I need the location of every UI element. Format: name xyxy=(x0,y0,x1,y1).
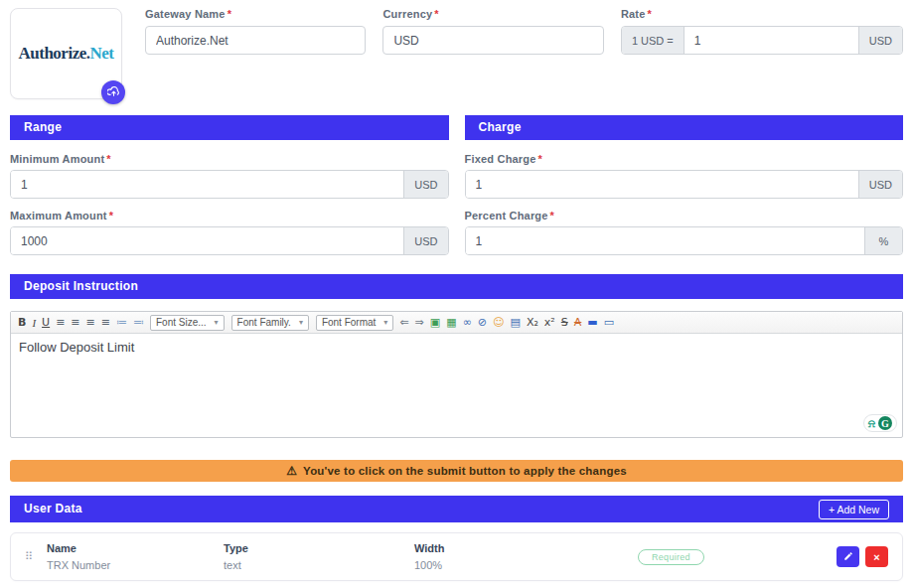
toolbar-group-insert: ⇐⇒▣▦∞⊘☺▤X₂x²SA▬▭ xyxy=(398,316,615,330)
required-mark: * xyxy=(434,8,438,20)
currency-field-group: Currency* xyxy=(382,8,603,55)
maximum-amount-label: Maximum Amount* xyxy=(10,210,449,221)
warning-text: You've to click on the submit button to … xyxy=(303,465,627,477)
unordered-list-icon[interactable]: ≕ xyxy=(132,316,145,330)
gateway-fields: Gateway Name* Currency* Rate* 1 USD = US… xyxy=(145,8,903,55)
italic-icon[interactable]: I xyxy=(31,316,37,330)
gateway-name-field-group: Gateway Name* xyxy=(145,8,366,55)
outdent-icon[interactable]: ⇐ xyxy=(398,316,409,330)
row-type-value: text xyxy=(224,559,414,571)
warning-icon: ⚠ xyxy=(286,464,297,478)
minimum-amount-input-group: USD xyxy=(10,170,449,199)
gateway-logo-card: Authorize.Net xyxy=(10,8,122,99)
logo-text-secondary: Net xyxy=(89,44,113,63)
percent-charge-input[interactable] xyxy=(466,227,865,254)
chevron-down-icon: ▾ xyxy=(215,318,219,327)
close-icon: × xyxy=(873,551,879,563)
font-size-select[interactable]: Font Size...▾ xyxy=(150,315,225,331)
fixed-charge-label: Fixed Charge* xyxy=(465,153,904,165)
indent-icon[interactable]: ⇒ xyxy=(414,316,425,330)
required-mark: * xyxy=(550,210,554,221)
column-header-width: Width xyxy=(414,542,606,554)
required-mark: * xyxy=(648,8,652,20)
pencil-icon xyxy=(843,549,853,564)
smiley-icon[interactable]: ☺ xyxy=(492,316,505,330)
row-type-cell: Type text xyxy=(224,542,414,571)
insert-image-icon[interactable]: ▣ xyxy=(429,316,441,330)
align-center-icon[interactable]: ≡ xyxy=(70,316,80,330)
user-data-header: User Data + Add New xyxy=(10,496,903,522)
link-icon[interactable]: ∞ xyxy=(462,316,473,330)
upload-logo-button[interactable] xyxy=(101,80,125,104)
gateway-name-input[interactable] xyxy=(145,26,366,55)
row-actions: × xyxy=(837,546,888,567)
align-right-icon[interactable]: ≡ xyxy=(85,316,96,330)
add-new-button[interactable]: + Add New xyxy=(819,500,889,519)
percent-charge-field-group: Percent Charge* % xyxy=(465,210,904,255)
charge-section-body: Fixed Charge* USD Percent Charge* % xyxy=(465,140,904,255)
gateway-header-row: Authorize.Net Gateway Name* Currency* xyxy=(10,8,903,99)
fixed-charge-field-group: Fixed Charge* USD xyxy=(465,153,904,199)
font-family-select[interactable]: Font Family.▾ xyxy=(231,315,309,331)
currency-label: Currency* xyxy=(382,8,603,20)
grammarly-icon[interactable]: G xyxy=(878,416,892,430)
unlink-icon[interactable]: ⊘ xyxy=(477,316,488,330)
row-width-value: 100% xyxy=(414,559,606,571)
maximum-amount-field-group: Maximum Amount* USD xyxy=(10,210,449,255)
rate-field-group: Rate* 1 USD = USD xyxy=(621,8,903,55)
grammarly-overlay: ⍾ G xyxy=(863,414,897,432)
align-left-icon[interactable]: ≡ xyxy=(55,316,66,330)
submit-warning-banner: ⚠ You've to click on the submit button t… xyxy=(10,460,903,482)
minimum-amount-field-group: Minimum Amount* USD xyxy=(10,153,449,199)
required-mark: * xyxy=(538,153,542,165)
minimum-amount-suffix: USD xyxy=(403,171,447,198)
required-mark: * xyxy=(228,8,231,20)
grammarly-suggestion-icon[interactable]: ⍾ xyxy=(868,417,875,430)
drag-handle-icon[interactable]: ⠿ xyxy=(25,550,47,563)
required-mark: * xyxy=(109,210,113,221)
ordered-list-icon[interactable]: ≔ xyxy=(115,316,128,330)
column-header-type: Type xyxy=(224,542,414,554)
strikethrough-icon[interactable]: S xyxy=(560,316,569,330)
fixed-charge-input[interactable] xyxy=(466,171,858,198)
maximum-amount-suffix: USD xyxy=(403,227,447,254)
editor-content-area[interactable]: Follow Deposit Limit ⍾ G xyxy=(11,334,902,437)
fixed-charge-suffix: USD xyxy=(858,171,902,198)
required-mark: * xyxy=(106,153,110,165)
insert-table-icon[interactable]: ▦ xyxy=(445,316,457,330)
user-data-row: ⠿ Name TRX Number Type text Width 100% R… xyxy=(10,532,903,581)
maximum-amount-input[interactable] xyxy=(11,227,403,254)
deposit-instruction-section: Deposit Instruction BIU≡≡≡≡≔≕ Font Size.… xyxy=(10,274,903,438)
row-name-cell: Name TRX Number xyxy=(47,542,224,571)
font-format-select[interactable]: Font Format▾ xyxy=(316,315,393,331)
edit-page-icon[interactable]: ▤ xyxy=(509,316,521,330)
percent-charge-suffix: % xyxy=(864,227,902,254)
align-justify-icon[interactable]: ≡ xyxy=(100,316,111,330)
minimum-amount-input[interactable] xyxy=(11,171,403,198)
underline-icon[interactable]: U xyxy=(41,316,51,330)
delete-row-button[interactable]: × xyxy=(865,546,888,567)
range-charge-row: Range Minimum Amount* USD Maximum Amount… xyxy=(10,115,903,255)
source-icon[interactable]: ▭ xyxy=(603,316,615,330)
chevron-down-icon: ▾ xyxy=(299,318,303,327)
edit-row-button[interactable] xyxy=(837,546,859,567)
range-section-header: Range xyxy=(10,115,449,140)
superscript-icon[interactable]: x² xyxy=(543,316,556,330)
bold-icon[interactable]: B xyxy=(17,316,27,330)
percent-charge-input-group: % xyxy=(465,226,904,255)
row-badge-cell: Required xyxy=(606,549,837,565)
row-width-cell: Width 100% xyxy=(414,542,606,571)
gateway-edit-page: Authorize.Net Gateway Name* Currency* xyxy=(0,0,913,581)
toolbar-group-text: BIU≡≡≡≡≔≕ xyxy=(17,316,145,330)
charge-section: Charge Fixed Charge* USD Percent Charge*… xyxy=(465,115,904,255)
currency-input[interactable] xyxy=(382,26,603,55)
rate-input[interactable] xyxy=(685,27,858,54)
deposit-instruction-header: Deposit Instruction xyxy=(10,274,903,299)
subscript-icon[interactable]: X₂ xyxy=(526,316,539,330)
chevron-down-icon: ▾ xyxy=(383,318,387,327)
row-name-value: TRX Number xyxy=(47,559,224,571)
horizontal-rule-icon[interactable]: ▬ xyxy=(586,316,598,330)
gateway-logo: Authorize.Net xyxy=(19,44,114,64)
remove-format-icon[interactable]: A xyxy=(573,316,583,330)
rate-input-group: 1 USD = USD xyxy=(621,26,903,55)
